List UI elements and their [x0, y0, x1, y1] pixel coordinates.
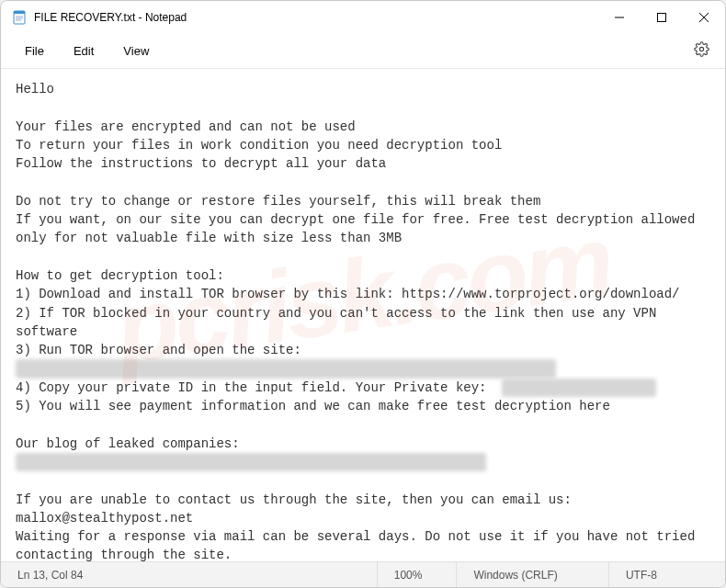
titlebar: FILE RECOVERY.txt - Notepad [1, 1, 725, 34]
minimize-button[interactable] [598, 1, 641, 34]
redacted-private-key: xxxxxxxxxxxxxxxxxxxx [502, 379, 656, 397]
gear-icon [694, 41, 709, 61]
text-line: If you want, on our site you can decrypt… [16, 212, 703, 245]
text-line: 4) Copy your private ID in the input fie… [16, 380, 502, 395]
menu-edit[interactable]: Edit [59, 39, 108, 63]
status-zoom: 100% [378, 562, 458, 587]
text-line: To return your files in work condition y… [16, 138, 502, 153]
window-controls [598, 1, 725, 33]
text-line: 1) Download and install TOR browser by t… [16, 287, 680, 301]
text-line: 2) If TOR blocked in your country and yo… [16, 306, 664, 339]
text-line: Your files are encrypted and can not be … [16, 119, 356, 134]
text-line: Our blog of leaked companies: [16, 436, 240, 451]
notepad-window: FILE RECOVERY.txt - Notepad File Edit Vi… [0, 0, 726, 588]
statusbar: Ln 13, Col 84 100% Windows (CRLF) UTF-8 [1, 561, 725, 587]
text-line: If you are unable to contact us through … [16, 492, 579, 526]
close-button[interactable] [683, 1, 725, 34]
svg-point-9 [699, 47, 703, 51]
status-position: Ln 13, Col 84 [1, 562, 378, 587]
settings-button[interactable] [686, 37, 716, 66]
text-line: Hello [16, 82, 54, 96]
menubar: File Edit View [1, 34, 725, 69]
menu-file[interactable]: File [10, 39, 59, 63]
svg-rect-6 [658, 14, 666, 22]
text-line: 5) You will see payment information and … [16, 399, 610, 413]
redacted-onion-url: xxxxxxxxxxxxxxxxxxxxxxxxxxxxxxxxxxxxxxxx… [16, 359, 556, 378]
text-line: Do not try to change or restore files yo… [16, 194, 540, 209]
text-line: Follow the instructions to decrypt all y… [16, 156, 386, 171]
redacted-blog-url: xxxxxxxxxxxxxxxxxxxxxxxxxxxxxxxxxxxxxxxx… [16, 453, 486, 471]
status-lineend: Windows (CRLF) [457, 562, 608, 587]
text-line: Waiting for a response via mail can be s… [16, 529, 703, 561]
notepad-icon [12, 10, 27, 25]
svg-rect-1 [14, 11, 25, 14]
text-line: 3) Run TOR browser and open the site: [16, 343, 301, 357]
status-encoding: UTF-8 [609, 562, 725, 587]
text-line: How to get decryption tool: [16, 268, 224, 283]
menu-view[interactable]: View [108, 39, 164, 63]
maximize-button[interactable] [641, 1, 683, 34]
window-title: FILE RECOVERY.txt - Notepad [34, 11, 598, 24]
text-editor[interactable]: Hello Your files are encrypted and can n… [1, 69, 725, 561]
